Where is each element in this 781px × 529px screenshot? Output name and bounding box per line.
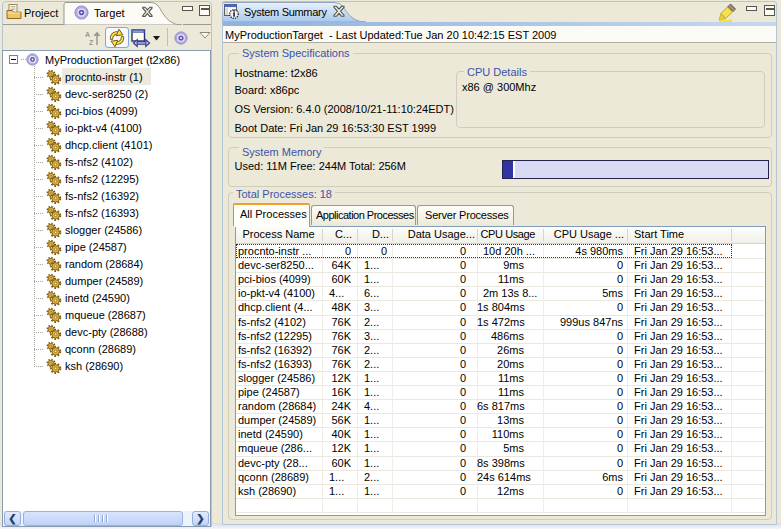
svg-text:A: A <box>85 31 90 38</box>
svg-text:Z: Z <box>89 39 94 46</box>
